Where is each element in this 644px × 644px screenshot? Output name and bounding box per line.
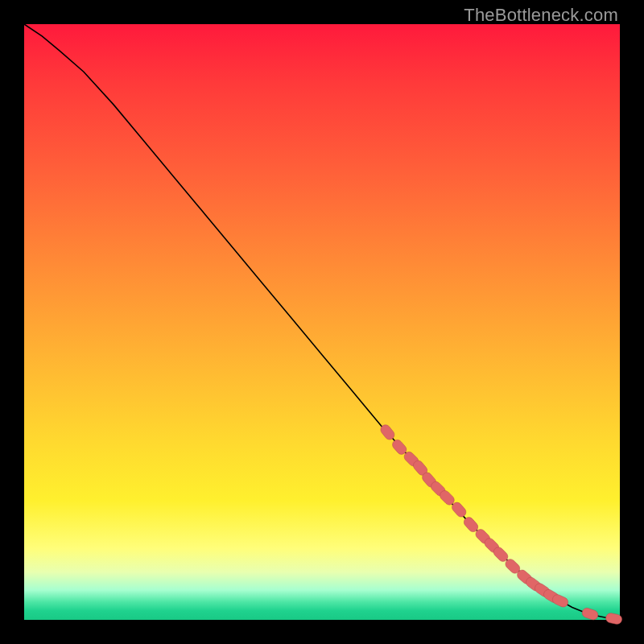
markers-group	[378, 423, 622, 625]
watermark-text: TheBottleneck.com	[464, 5, 618, 26]
data-marker	[605, 613, 623, 625]
data-marker	[581, 607, 600, 621]
plot-area	[24, 24, 620, 620]
chart-svg	[24, 24, 620, 620]
chart-stage: TheBottleneck.com	[0, 0, 644, 644]
curve-line	[24, 24, 620, 619]
